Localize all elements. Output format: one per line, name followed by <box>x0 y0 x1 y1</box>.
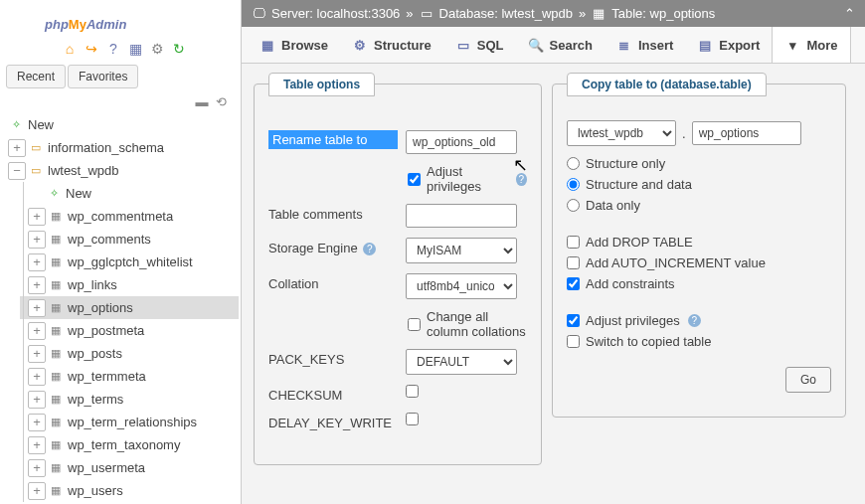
reload-icon[interactable]: ↻ <box>171 41 187 57</box>
help-icon[interactable]: ? <box>688 314 701 327</box>
bc-server[interactable]: Server: localhost:3306 <box>271 6 400 21</box>
engine-select[interactable]: MyISAM <box>406 238 517 263</box>
panel-title: Table options <box>268 73 375 96</box>
check-label: Adjust privileges <box>586 313 680 328</box>
help-icon[interactable]: ? <box>363 243 376 255</box>
tree-label: lwtest_wpdb <box>48 163 119 178</box>
switch-row[interactable]: Switch to copied table <box>567 334 831 349</box>
tree-new-root[interactable]: ✧ New <box>4 113 239 136</box>
tree-table-wp-terms[interactable]: +▦wp_terms <box>20 388 239 411</box>
data-only-radio[interactable] <box>567 199 580 212</box>
structure-data-radio[interactable] <box>567 178 580 191</box>
tab-favorites[interactable]: Favorites <box>68 65 138 88</box>
collapse-icon[interactable]: ⌃ <box>844 6 855 21</box>
logout-icon[interactable]: ↪ <box>84 41 99 57</box>
expand-icon[interactable]: + <box>28 299 46 317</box>
copy-db-select[interactable]: lwtest_wpdb <box>567 120 676 146</box>
tree-table-wp-users[interactable]: +▦wp_users <box>20 479 239 502</box>
expand-icon[interactable]: + <box>28 436 46 454</box>
expand-icon[interactable]: + <box>28 322 46 340</box>
expand-icon[interactable]: + <box>28 276 46 294</box>
structure-only-row[interactable]: Structure only <box>567 156 831 171</box>
check-label: Switch to copied table <box>586 334 711 349</box>
tree-db-information-schema[interactable]: + ▭ information_schema <box>4 136 239 159</box>
checksum-checkbox[interactable] <box>406 385 419 398</box>
insert-button[interactable]: ≣Insert <box>605 27 685 63</box>
tree-table-wp-term-relationships[interactable]: +▦wp_term_relationships <box>20 411 239 433</box>
expand-icon[interactable]: + <box>28 231 46 249</box>
expand-icon[interactable]: + <box>28 368 46 386</box>
expand-icon[interactable]: + <box>28 253 46 271</box>
data-only-row[interactable]: Data only <box>567 198 831 213</box>
browse-button[interactable]: ▦Browse <box>248 27 340 63</box>
auto-increment-row[interactable]: Add AUTO_INCREMENT value <box>567 255 831 270</box>
go-button[interactable]: Go <box>785 367 831 393</box>
drop-checkbox[interactable] <box>567 236 580 249</box>
pack-keys-label: PACK_KEYS <box>268 349 398 367</box>
expand-icon[interactable]: + <box>28 391 46 409</box>
auto-checkbox[interactable] <box>567 256 580 269</box>
tree-db-lwtest[interactable]: − ▭ lwtest_wpdb <box>4 159 239 182</box>
tab-recent[interactable]: Recent <box>6 65 66 88</box>
structure-button[interactable]: ⚙Structure <box>340 27 443 63</box>
pack-keys-select[interactable]: DEFAULT <box>406 349 517 375</box>
nav-tree: ✧ New + ▭ information_schema − ▭ lwtest_… <box>0 109 241 502</box>
search-button[interactable]: 🔍Search <box>516 27 605 63</box>
tree-table-wp-term-taxonomy[interactable]: +▦wp_term_taxonomy <box>20 433 239 456</box>
adjust-checkbox[interactable] <box>408 173 421 186</box>
tree-table-wp-commentmeta[interactable]: +▦wp_commentmeta <box>20 205 239 228</box>
collapse-icon[interactable]: ▬ <box>195 94 208 109</box>
tool-label: Browse <box>281 38 328 53</box>
home-icon[interactable]: ⌂ <box>62 41 78 57</box>
check-label: Change all column collations <box>427 309 527 339</box>
tree-table-wp-links[interactable]: +▦wp_links <box>20 273 239 296</box>
change-coll-checkbox[interactable] <box>408 318 421 331</box>
expand-icon[interactable]: + <box>28 459 46 477</box>
tree-table-wp-comments[interactable]: +▦wp_comments <box>20 228 239 251</box>
delay-checkbox[interactable] <box>406 413 419 425</box>
tree-label: wp_comments <box>68 232 151 247</box>
tool-label: Export <box>719 38 760 53</box>
tree-table-wp-options[interactable]: +▦wp_options <box>20 296 239 319</box>
comments-input[interactable] <box>406 204 517 228</box>
expand-icon[interactable]: + <box>28 345 46 363</box>
collation-select[interactable]: utf8mb4_unico <box>406 273 517 299</box>
adjust-priv-row[interactable]: Adjust privileges? <box>567 313 831 328</box>
logo[interactable]: phpMyAdmin <box>0 0 241 39</box>
bc-table[interactable]: Table: wp_options <box>611 6 715 21</box>
copy-table-input[interactable] <box>692 121 801 145</box>
sql-icon: ▭ <box>455 37 471 53</box>
tree-new-table[interactable]: ✧ New <box>20 182 239 205</box>
structure-only-radio[interactable] <box>567 157 580 170</box>
expand-icon[interactable]: + <box>28 414 46 431</box>
adjust-checkbox[interactable] <box>567 314 580 327</box>
toolbar: ▦Browse ⚙Structure ▭SQL 🔍Search ≣Insert … <box>242 27 865 64</box>
tree-label: wp_usermeta <box>68 460 145 475</box>
sql-button[interactable]: ▭SQL <box>443 27 516 63</box>
switch-checkbox[interactable] <box>567 335 580 348</box>
adjust-privileges-row[interactable]: Adjust privileges? <box>408 164 527 194</box>
tree-table-wp-gglcptch-whitelist[interactable]: +▦wp_gglcptch_whitelist <box>20 251 239 273</box>
expand-icon[interactable]: + <box>28 208 46 226</box>
tree-table-wp-termmeta[interactable]: +▦wp_termmeta <box>20 365 239 388</box>
docs-icon[interactable]: ? <box>105 41 121 57</box>
tree-table-wp-postmeta[interactable]: +▦wp_postmeta <box>20 319 239 342</box>
link-icon[interactable]: ⟲ <box>216 94 227 109</box>
structure-data-row[interactable]: Structure and data <box>567 177 831 192</box>
sql-icon[interactable]: ▦ <box>127 41 143 57</box>
collapse-icon[interactable]: − <box>8 162 26 180</box>
bc-db[interactable]: Database: lwtest_wpdb <box>439 6 573 21</box>
help-icon[interactable]: ? <box>516 173 527 186</box>
change-collations-row[interactable]: Change all column collations <box>408 309 527 339</box>
drop-table-row[interactable]: Add DROP TABLE <box>567 235 831 250</box>
settings-icon[interactable]: ⚙ <box>149 41 165 57</box>
export-button[interactable]: ▤Export <box>685 27 772 63</box>
more-button[interactable]: ▾More <box>772 27 850 63</box>
constraints-row[interactable]: Add constraints <box>567 276 831 291</box>
expand-icon[interactable]: + <box>8 139 26 157</box>
constraints-checkbox[interactable] <box>567 277 580 290</box>
tree-table-wp-posts[interactable]: +▦wp_posts <box>20 342 239 365</box>
rename-input[interactable] <box>406 130 517 154</box>
tree-table-wp-usermeta[interactable]: +▦wp_usermeta <box>20 456 239 479</box>
expand-icon[interactable]: + <box>28 482 46 500</box>
